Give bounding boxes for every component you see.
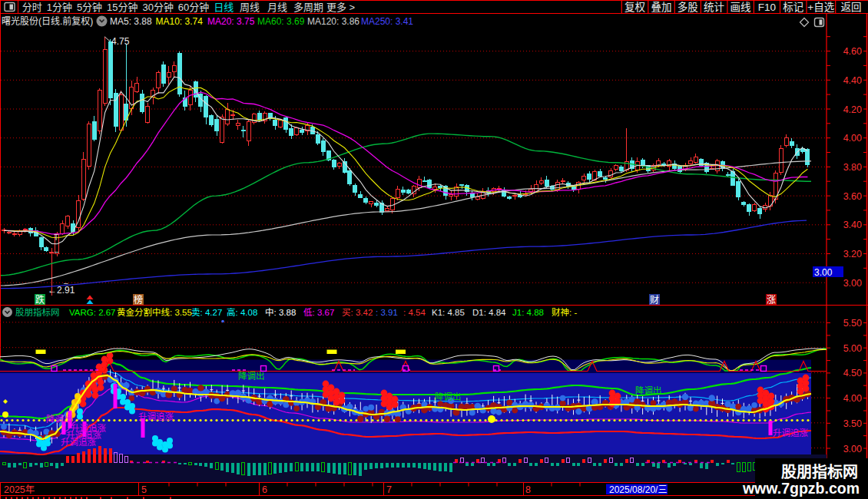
svg-text:4.50: 4.50 [843,365,862,379]
svg-text:曙光股份(日线.前复权): 曙光股份(日线.前复权) [2,14,93,27]
svg-text:3.00: 3.00 [843,441,862,455]
svg-text:财: 财 [650,292,659,306]
svg-text:返回: 返回 [841,0,862,14]
svg-text:2025/08/20/三: 2025/08/20/三 [609,482,667,495]
svg-text:降调出: 降调出 [46,412,73,425]
svg-text:–: – [64,276,68,288]
svg-text:日线: 日线 [214,0,234,14]
svg-text:MA250: 3.41: MA250: 3.41 [361,14,413,27]
svg-text:更多 >: 更多 > [326,0,355,14]
svg-text:榜: 榜 [134,292,143,306]
svg-text:高: 4.08: 高: 4.08 [227,306,257,318]
svg-text:月线: 月线 [267,0,287,14]
svg-text:降调出: 降调出 [635,384,662,396]
svg-text:标记: 标记 [783,0,803,14]
svg-text:复权: 复权 [624,0,646,14]
svg-text:升调追涨: 升调追涨 [61,435,96,448]
svg-text:买: 3.42: 买: 3.42 [342,306,373,318]
svg-text:K1: 4.85: K1: 4.85 [432,306,465,318]
svg-text:升调追涨: 升调追涨 [138,410,174,422]
svg-text:分时: 分时 [22,0,42,14]
svg-text:4.75: 4.75 [111,34,130,47]
svg-text:升调追涨: 升调追涨 [773,426,808,438]
svg-text:财神: -: 财神: - [552,306,577,318]
svg-text:股朋指标网: 股朋指标网 [15,306,60,318]
svg-text:4.00: 4.00 [843,390,862,405]
svg-text:D1: 4.84: D1: 4.84 [472,306,506,318]
svg-text:MA5: 3.88: MA5: 3.88 [110,14,152,27]
svg-text:5: 5 [141,481,147,496]
svg-text:7: 7 [386,481,392,496]
svg-text:F10: F10 [758,0,776,14]
svg-text:: 3.91: : 3.91 [376,306,398,318]
svg-text:3.40: 3.40 [843,216,862,231]
svg-text:+自选: +自选 [807,0,834,14]
svg-text:黄金分割中线: 3.55: 黄金分割中线: 3.55 [117,306,192,318]
svg-text:MA10: 3.74: MA10: 3.74 [156,14,204,27]
svg-text:4.40: 4.40 [843,72,862,87]
svg-text:15分钟: 15分钟 [107,0,137,14]
svg-text:中: 3.88: 中: 3.88 [265,306,296,318]
svg-text:周线: 周线 [240,0,260,14]
svg-text:3.20: 3.20 [843,246,862,260]
svg-text:←2.91: ←2.91 [48,283,75,296]
svg-text:www.7gpzb.com: www.7gpzb.com [742,476,860,498]
svg-text:叠加: 叠加 [651,0,672,14]
svg-text:统计: 统计 [704,0,724,14]
svg-text:5.00: 5.00 [843,340,862,355]
svg-text:3.80: 3.80 [843,159,862,173]
svg-text:2025年: 2025年 [4,481,35,496]
svg-text:MA120: 3.86: MA120: 3.86 [307,14,359,27]
svg-text:4.00: 4.00 [843,130,862,144]
svg-text:3.50: 3.50 [843,415,862,430]
svg-text:多周期: 多周期 [293,0,323,14]
svg-text:4.60: 4.60 [843,43,862,58]
svg-text:60分钟: 60分钟 [178,0,209,14]
svg-text:3.60: 3.60 [843,188,862,203]
svg-text:3.00: 3.00 [843,275,862,289]
svg-text:5.50: 5.50 [843,315,862,329]
svg-text:5分钟: 5分钟 [77,0,102,14]
svg-text:8: 8 [525,481,531,496]
svg-text:低: 3.67: 低: 3.67 [303,306,334,318]
svg-text:降调出: 降调出 [435,390,462,402]
svg-text:MA20: 3.75: MA20: 3.75 [207,14,255,27]
svg-text:1分钟: 1分钟 [47,0,72,14]
svg-text:: 4.54: : 4.54 [403,306,426,318]
svg-text:30分钟: 30分钟 [142,0,173,14]
svg-text:J1: 4.88: J1: 4.88 [512,306,544,318]
svg-text:跌: 跌 [35,292,45,306]
svg-text:–: – [55,245,59,256]
svg-text:画线: 画线 [731,0,751,14]
svg-text:VARG: 2.67: VARG: 2.67 [69,306,116,318]
svg-text:3.00: 3.00 [814,265,833,278]
svg-text:卖: 4.27: 卖: 4.27 [191,306,222,318]
svg-text:4.20: 4.20 [843,101,862,116]
svg-text:多股: 多股 [678,0,698,14]
svg-text:T: T [54,231,58,243]
svg-text:涨: 涨 [767,292,776,306]
svg-text:6: 6 [262,481,267,496]
svg-text:MA60: 3.69: MA60: 3.69 [257,14,305,27]
